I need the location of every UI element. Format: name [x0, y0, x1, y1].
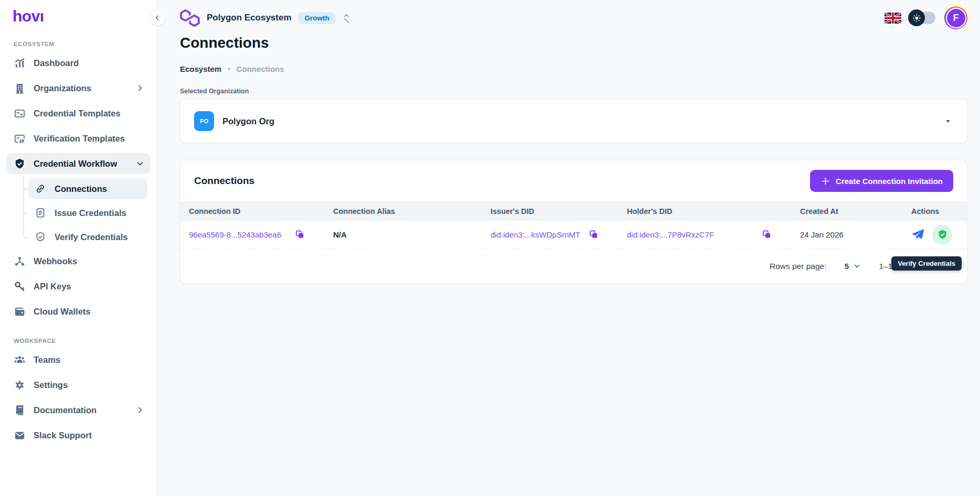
sidebar-item-api-keys[interactable]: API Keys	[6, 276, 151, 297]
connections-card-header: Connections Create Connection Invitation	[180, 160, 967, 201]
sidebar-item-credential-workflow[interactable]: Credential Workflow	[6, 153, 151, 174]
connection-alias-value: N/A	[333, 230, 347, 239]
language-flag-icon[interactable]	[885, 13, 901, 24]
page-title: Connections	[180, 35, 269, 51]
verify-credentials-action-button[interactable]	[932, 225, 952, 245]
row-actions	[911, 225, 967, 245]
sidebar-item-organizations[interactable]: Organizations	[6, 78, 151, 99]
main-content: Polygon Ecosystem Growth F Connections E…	[157, 0, 980, 496]
rows-per-page-value: 5	[845, 262, 849, 271]
shield-check-icon	[35, 231, 47, 243]
sidebar-item-label: Webhooks	[34, 256, 144, 266]
column-connection-alias: Connection Alias	[325, 201, 482, 221]
sidebar-subitem-issue-credentials[interactable]: Issue Credentials	[28, 202, 147, 223]
sidebar-item-webhooks[interactable]: Webhooks	[6, 251, 151, 272]
sidebar-item-label: API Keys	[34, 282, 144, 292]
sidebar-item-label: Slack Support	[34, 430, 144, 440]
credential-templates-icon	[14, 107, 26, 120]
send-invitation-icon[interactable]	[911, 228, 925, 242]
sidebar-item-label: Organizations	[34, 83, 128, 93]
chevron-down-icon	[853, 262, 861, 270]
sidebar-item-slack-support[interactable]: Slack Support	[6, 425, 151, 446]
sidebar-item-label: Dashboard	[34, 58, 144, 68]
book-icon	[14, 404, 26, 416]
topbar-actions: F	[885, 6, 967, 29]
organizations-icon	[14, 82, 26, 94]
sidebar-item-label: Verification Templates	[34, 134, 144, 144]
copy-icon[interactable]	[589, 230, 599, 240]
sidebar-subitem-verify-credentials[interactable]: Verify Credentials	[28, 227, 147, 247]
column-connection-id: Connection ID	[180, 201, 325, 221]
page-range: 1–1	[879, 262, 892, 271]
organization-select[interactable]: PO Polygon Org	[180, 99, 967, 143]
sidebar-item-credential-templates[interactable]: Credential Templates	[6, 103, 151, 124]
shield-check-icon	[937, 229, 948, 240]
sidebar-nav-workspace: Teams Settings Documentation Slack Suppo…	[0, 349, 157, 446]
create-button-label: Create Connection Invitation	[836, 177, 943, 186]
sidebar-item-verification-templates[interactable]: Verification Templates	[6, 128, 151, 149]
sidebar-item-teams[interactable]: Teams	[6, 349, 151, 370]
connections-card: Connections Create Connection Invitation…	[180, 160, 967, 284]
pagination-bar: Rows per page: 5 1–1	[180, 250, 967, 283]
plus-icon	[821, 176, 830, 186]
webhooks-icon	[14, 255, 26, 267]
column-created-at: Created At	[792, 201, 903, 221]
connections-card-title: Connections	[194, 175, 254, 187]
wallet-icon	[14, 306, 26, 318]
connections-table: Connection ID Connection Alias Issuer's …	[180, 201, 967, 250]
avatar-initial: F	[946, 8, 966, 28]
connection-id-link[interactable]: 96ea5569-8...5243ab3ea6	[189, 230, 281, 239]
issuer-did-link[interactable]: did:iden3:...ksWDpSrnMT	[491, 230, 580, 239]
table-row: 96ea5569-8...5243ab3ea6 N/A did:iden3:..…	[180, 221, 967, 249]
sidebar-subitem-connections[interactable]: Connections	[28, 178, 147, 199]
sidebar-item-label: Credential Workflow	[34, 159, 128, 169]
teams-icon	[14, 354, 26, 366]
sidebar-section-workspace: WORKSPACE	[14, 338, 157, 344]
gear-icon	[14, 379, 26, 391]
sidebar-item-label: Cloud Wallets	[34, 307, 144, 317]
topbar: Polygon Ecosystem Growth F	[180, 5, 967, 30]
polygon-logo-icon	[180, 9, 200, 27]
sidebar-item-documentation[interactable]: Documentation	[6, 400, 151, 420]
chevron-left-icon	[154, 14, 161, 21]
holder-did-link[interactable]: did:iden3:...7P8vRxzC7F	[627, 230, 714, 239]
sidebar-subitem-label: Verify Credentials	[55, 232, 127, 242]
theme-toggle[interactable]	[910, 12, 935, 24]
credential-workflow-submenu: Connections Issue Credentials Verify Cre…	[23, 178, 151, 247]
breadcrumb-connections: Connections	[237, 64, 284, 73]
verify-credentials-tooltip: Verify Credentials	[891, 256, 962, 271]
user-avatar[interactable]: F	[944, 6, 967, 29]
breadcrumb-ecosystem[interactable]: Ecosystem	[180, 64, 221, 73]
chevron-right-icon	[136, 84, 144, 92]
mail-icon	[14, 429, 26, 441]
org-name: Polygon Org	[222, 116, 934, 126]
plan-badge: Growth	[299, 12, 336, 24]
sidebar-collapse-button[interactable]	[150, 10, 165, 26]
sidebar-item-label: Credential Templates	[34, 109, 144, 118]
ecosystem-select-icon[interactable]	[343, 13, 350, 23]
chevron-down-icon	[136, 159, 144, 168]
column-actions: Actions	[903, 201, 967, 221]
sidebar: hovı ECOSYSTEM Dashboard Organizations C…	[0, 0, 157, 496]
selected-organization-label: Selected Organization	[180, 88, 249, 95]
column-issuers-did: Issuer's DID	[482, 201, 619, 221]
column-holders-did: Holder's DID	[619, 201, 792, 221]
create-connection-invitation-button[interactable]: Create Connection Invitation	[810, 170, 953, 192]
sidebar-item-settings[interactable]: Settings	[6, 374, 151, 395]
copy-icon[interactable]	[762, 230, 772, 240]
breadcrumb: Ecosystem • Connections	[180, 64, 284, 73]
chevron-right-icon	[136, 406, 144, 414]
sidebar-item-label: Settings	[34, 380, 144, 390]
sidebar-nav: Dashboard Organizations Credential Templ…	[0, 52, 157, 322]
rows-per-page-select[interactable]: 5	[845, 262, 861, 271]
sidebar-subitem-label: Connections	[55, 184, 107, 194]
sidebar-item-dashboard[interactable]: Dashboard	[6, 52, 151, 73]
credential-workflow-shield-icon	[14, 158, 26, 170]
key-icon	[14, 281, 26, 293]
copy-icon[interactable]	[295, 230, 305, 240]
sidebar-item-cloud-wallets[interactable]: Cloud Wallets	[6, 301, 151, 322]
ecosystem-switcher[interactable]: Polygon Ecosystem Growth	[180, 9, 350, 27]
ecosystem-name: Polygon Ecosystem	[207, 13, 292, 23]
table-header-row: Connection ID Connection Alias Issuer's …	[180, 201, 967, 221]
tree-line	[23, 176, 24, 236]
